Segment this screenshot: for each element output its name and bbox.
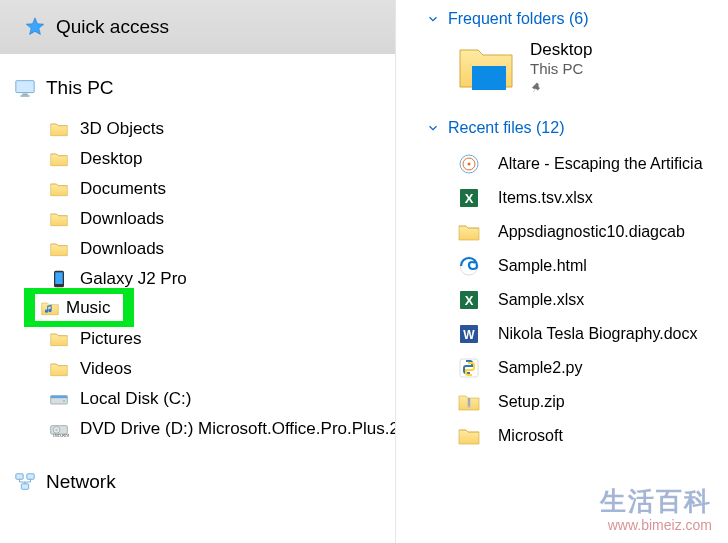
folder-icon: [48, 148, 70, 170]
folder-icon: [454, 423, 484, 449]
folder-icon: [48, 118, 70, 140]
recent-file-item[interactable]: Microsoft: [396, 419, 728, 453]
folder-icon: [454, 219, 484, 245]
python-icon: [454, 355, 484, 381]
excel-icon: [454, 287, 484, 313]
tree-label: Downloads: [80, 209, 164, 229]
tree-item-dvd-drive[interactable]: DVD Drive (D:) Microsoft.Office.Pro.Plus…: [0, 414, 395, 444]
tree-label: Downloads: [80, 239, 164, 259]
recent-file-name: Items.tsv.xlsx: [498, 189, 593, 207]
frequent-header-label: Frequent folders (6): [448, 10, 589, 28]
content-pane: Frequent folders (6) Desktop This PC Rec…: [395, 0, 728, 543]
tree-item-this-pc[interactable]: This PC: [0, 68, 395, 108]
folder-icon: [48, 358, 70, 380]
pin-icon: [530, 81, 592, 95]
word-icon: [454, 321, 484, 347]
tree-item-3d-objects[interactable]: 3D Objects: [0, 114, 395, 144]
edge-icon: [454, 253, 484, 279]
recent-file-item[interactable]: Sample.xlsx: [396, 283, 728, 317]
music-folder-icon: [39, 297, 61, 319]
tree-label: Documents: [80, 179, 166, 199]
recent-file-item[interactable]: Appsdiagnostic10.diagcab: [396, 215, 728, 249]
navigation-pane: Quick access This PC 3D Objects Desktop …: [0, 0, 395, 543]
tree-label: Galaxy J2 Pro: [80, 269, 187, 289]
this-pc-label: This PC: [46, 77, 114, 99]
recent-file-item[interactable]: Items.tsv.xlsx: [396, 181, 728, 215]
recent-header-label: Recent files (12): [448, 119, 565, 137]
frequent-folder-item[interactable]: Desktop This PC: [396, 40, 728, 95]
group-header-recent[interactable]: Recent files (12): [396, 119, 728, 137]
recent-file-item[interactable]: Setup.zip: [396, 385, 728, 419]
tree-label: Desktop: [80, 149, 142, 169]
recent-file-name: Microsoft: [498, 427, 563, 445]
folder-icon: [48, 178, 70, 200]
audio-icon: [454, 151, 484, 177]
zip-icon: [454, 389, 484, 415]
tree-item-downloads-2[interactable]: Downloads: [0, 234, 395, 264]
chevron-down-icon: [426, 12, 440, 26]
folder-icon: [48, 328, 70, 350]
recent-file-item[interactable]: Sample2.py: [396, 351, 728, 385]
tree-item-network[interactable]: Network: [0, 462, 395, 502]
recent-file-name: Nikola Tesla Biography.docx: [498, 325, 698, 343]
tree-label: Local Disk (C:): [80, 389, 191, 409]
quick-access-label: Quick access: [56, 16, 169, 38]
folder-icon: [48, 238, 70, 260]
svg-rect-26: [472, 66, 506, 90]
tree-item-videos[interactable]: Videos: [0, 354, 395, 384]
recent-file-name: Altare - Escaping the Artificia: [498, 155, 703, 173]
tree-label: Videos: [80, 359, 132, 379]
tree-item-documents[interactable]: Documents: [0, 174, 395, 204]
tree-item-pictures[interactable]: Pictures: [0, 324, 395, 354]
recent-file-name: Appsdiagnostic10.diagcab: [498, 223, 685, 241]
folder-icon: [48, 208, 70, 230]
excel-icon: [454, 185, 484, 211]
recent-file-name: Sample2.py: [498, 359, 583, 377]
recent-file-item[interactable]: Altare - Escaping the Artificia: [396, 147, 728, 181]
tree-label: Music: [66, 298, 110, 318]
network-icon: [14, 471, 36, 493]
chevron-down-icon: [426, 121, 440, 135]
tree-label: DVD Drive (D:) Microsoft.Office.Pro.Plus…: [80, 419, 395, 439]
frequent-folder-name: Desktop: [530, 40, 592, 60]
tree-item-music[interactable]: Music: [35, 294, 123, 321]
tree-label: Pictures: [80, 329, 141, 349]
group-header-frequent[interactable]: Frequent folders (6): [396, 10, 728, 28]
tree-item-quick-access[interactable]: Quick access: [0, 0, 395, 54]
recent-file-item[interactable]: Sample.html: [396, 249, 728, 283]
tree-label: 3D Objects: [80, 119, 164, 139]
recent-file-name: Sample.xlsx: [498, 291, 584, 309]
folder-thumbnail: [456, 40, 516, 94]
drive-icon: [48, 388, 70, 410]
recent-file-name: Sample.html: [498, 257, 587, 275]
monitor-icon: [14, 77, 36, 99]
tree-item-downloads[interactable]: Downloads: [0, 204, 395, 234]
frequent-folder-location: This PC: [530, 60, 592, 77]
tree-item-desktop[interactable]: Desktop: [0, 144, 395, 174]
phone-icon: [48, 268, 70, 290]
highlight-annotation: Music: [24, 288, 134, 327]
recent-file-item[interactable]: Nikola Tesla Biography.docx: [396, 317, 728, 351]
tree-item-local-disk[interactable]: Local Disk (C:): [0, 384, 395, 414]
dvd-icon: [48, 418, 70, 440]
recent-file-name: Setup.zip: [498, 393, 565, 411]
star-icon: [24, 16, 46, 38]
network-label: Network: [46, 471, 116, 493]
